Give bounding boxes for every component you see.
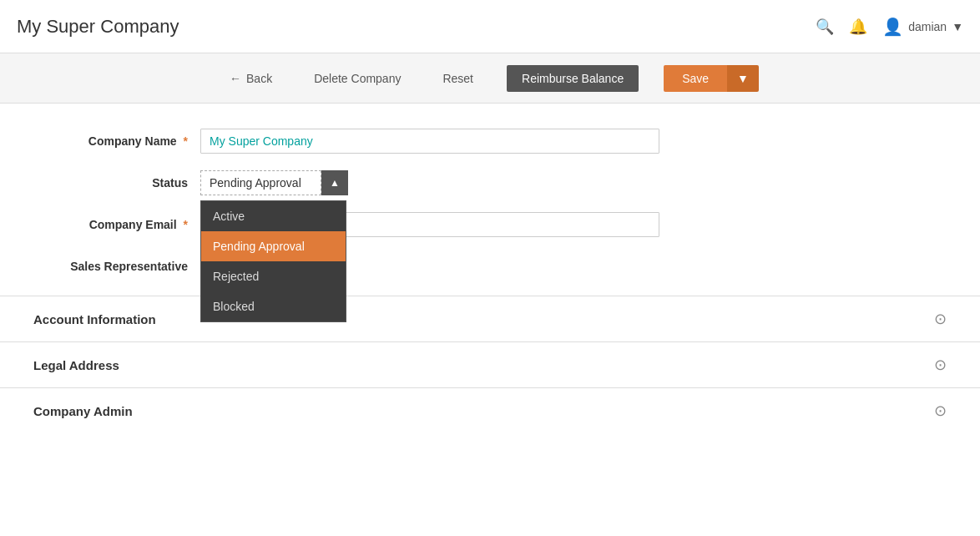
status-option-rejected[interactable]: Rejected (201, 261, 346, 291)
sections-area: Account Information ⊙ Legal Address ⊙ Co… (33, 296, 947, 433)
status-dropdown-button[interactable]: ▲ (321, 170, 348, 195)
company-email-label: Company Email * (33, 212, 200, 231)
save-button[interactable]: Save (664, 65, 727, 92)
back-arrow-icon: ← (230, 72, 241, 85)
search-icon[interactable]: 🔍 (816, 18, 834, 36)
account-information-section[interactable]: Account Information ⊙ (0, 296, 980, 341)
account-information-title: Account Information (33, 312, 156, 326)
save-label: Save (682, 72, 709, 85)
company-name-input[interactable] (200, 129, 659, 154)
company-admin-title: Company Admin (33, 404, 133, 418)
status-value[interactable]: Pending Approval (200, 170, 321, 195)
save-button-group: Save ▼ (664, 65, 759, 92)
company-admin-chevron: ⊙ (934, 402, 947, 420)
company-email-field: Company Email * (33, 212, 947, 237)
company-name-label: Company Name * (33, 129, 200, 148)
status-option-blocked[interactable]: Blocked (201, 291, 346, 321)
sales-rep-field-group: Sales Representative damian ▼ (33, 254, 947, 279)
user-icon: 👤 (882, 17, 903, 37)
reset-button[interactable]: Reset (434, 67, 482, 90)
delete-company-label: Delete Company (314, 72, 401, 85)
username-label: damian (908, 20, 947, 33)
save-dropdown-arrow-icon: ▼ (737, 72, 749, 85)
main-content: Company Name * Status Pending Approval ▲… (0, 104, 980, 458)
email-required-marker: * (184, 218, 188, 231)
delete-company-button[interactable]: Delete Company (306, 67, 409, 90)
reimburse-balance-button[interactable]: Reimburse Balance (507, 65, 639, 92)
save-dropdown-button[interactable]: ▼ (727, 65, 759, 92)
status-field-group: Status Pending Approval ▲ Active Pending… (33, 170, 947, 195)
sales-rep-label: Sales Representative (33, 254, 200, 273)
status-label: Status (33, 170, 200, 190)
status-dropdown-menu: Active Pending Approval Rejected Blocked (200, 200, 346, 322)
company-name-field: Company Name * (33, 129, 947, 154)
status-field: Pending Approval ▲ Active Pending Approv… (200, 170, 348, 195)
back-button[interactable]: ← Back (221, 67, 280, 90)
header-icons: 🔍 🔔 👤 damian ▼ (816, 17, 963, 37)
legal-address-section[interactable]: Legal Address ⊙ (0, 341, 980, 387)
legal-address-title: Legal Address (33, 358, 119, 372)
status-option-pending[interactable]: Pending Approval (201, 231, 346, 261)
legal-address-chevron: ⊙ (934, 356, 947, 374)
toolbar: ← Back Delete Company Reset Reimburse Ba… (0, 53, 980, 104)
user-dropdown-arrow: ▼ (952, 20, 963, 33)
header: My Super Company 🔍 🔔 👤 damian ▼ (0, 0, 980, 53)
user-menu[interactable]: 👤 damian ▼ (882, 17, 963, 37)
back-label: Back (246, 72, 272, 85)
reset-label: Reset (442, 72, 473, 85)
required-marker: * (184, 134, 188, 148)
company-admin-section[interactable]: Company Admin ⊙ (0, 387, 980, 433)
app-title: My Super Company (17, 16, 179, 38)
account-information-chevron: ⊙ (934, 310, 947, 328)
status-option-active[interactable]: Active (201, 201, 346, 231)
bell-icon[interactable]: 🔔 (849, 18, 867, 36)
reimburse-label: Reimburse Balance (522, 72, 624, 85)
